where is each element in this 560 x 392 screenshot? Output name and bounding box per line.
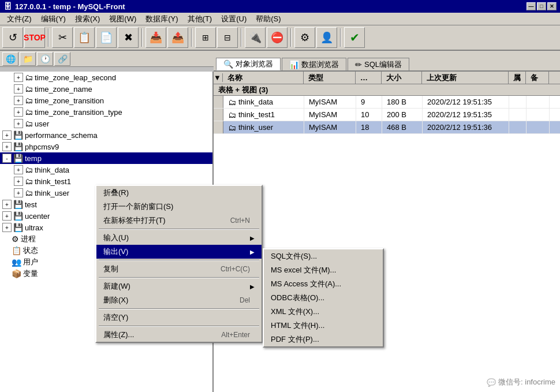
tree-expand-icon[interactable]: + bbox=[14, 177, 23, 186]
context-menu: 折叠(R) 打开一个新的窗口(S) 在新标签中打开(T) Ctrl+N 输入(U… bbox=[95, 185, 263, 343]
menu-edit[interactable]: 编辑(Y) bbox=[36, 13, 70, 25]
toolbar-user[interactable]: 👤 bbox=[316, 27, 337, 48]
tree-item[interactable]: -💾temp bbox=[0, 152, 212, 164]
tree-expand-icon[interactable]: + bbox=[2, 211, 12, 221]
toolbar-connect[interactable]: 🔌 bbox=[245, 27, 266, 48]
toolbar-refresh[interactable]: ↺ bbox=[2, 27, 23, 48]
tree-expand-icon[interactable]: + bbox=[14, 107, 23, 117]
row-table-icon: 🗂 bbox=[228, 123, 236, 132]
menu-other[interactable]: 其他(T) bbox=[183, 13, 217, 25]
minimize-button[interactable]: — bbox=[527, 2, 536, 10]
sec-btn-1[interactable]: 🌐 bbox=[2, 52, 18, 66]
ctx-menu-item[interactable]: 打开一个新的窗口(S) bbox=[96, 200, 262, 214]
table-row[interactable]: 🗂think_user MyISAM 18 468 B 2020/2/12 19… bbox=[214, 121, 560, 134]
tree-expand-icon[interactable]: + bbox=[2, 142, 12, 151]
tree-expand-icon[interactable]: + bbox=[14, 96, 23, 105]
submenu-item[interactable]: SQL文件(S)... bbox=[264, 249, 383, 263]
toolbar-import[interactable]: 📥 bbox=[145, 27, 166, 48]
table-row[interactable]: 🗂think_data MyISAM 9 180 B 2020/2/12 19:… bbox=[214, 96, 560, 109]
tree-expand-icon[interactable]: + bbox=[14, 73, 23, 82]
toolbar-stop[interactable]: STOP bbox=[24, 27, 45, 48]
table-row[interactable]: 🗂think_test1 MyISAM 10 200 B 2020/2/12 1… bbox=[214, 109, 560, 121]
toolbar-delete[interactable]: ✖ bbox=[118, 27, 139, 48]
tree-item[interactable]: +🗂time_zone_transition_type bbox=[0, 106, 212, 118]
menu-settings[interactable]: 设置(U) bbox=[216, 13, 251, 25]
ctx-arrow: ▶ bbox=[250, 235, 255, 241]
row-attr bbox=[509, 109, 527, 121]
toolbar-grid2[interactable]: ⊟ bbox=[217, 27, 238, 48]
ctx-separator bbox=[99, 277, 259, 278]
sec-btn-2[interactable]: 📁 bbox=[20, 52, 36, 66]
ctx-shortcut: Ctrl+C(C) bbox=[221, 265, 250, 273]
row-updated: 2020/2/12 19:51:35 bbox=[423, 109, 509, 121]
tree-expand-icon[interactable]: + bbox=[2, 130, 12, 140]
tree-item[interactable]: +💾phpcmsv9 bbox=[0, 141, 212, 152]
tree-node-label: 变量 bbox=[23, 268, 38, 279]
tree-item[interactable]: +🗂time_zone_name bbox=[0, 83, 212, 95]
ctx-menu-item[interactable]: 折叠(R) bbox=[96, 186, 262, 200]
tree-item[interactable]: +🗂time_zone_transition bbox=[0, 95, 212, 106]
menu-file[interactable]: 文件(Z) bbox=[2, 13, 36, 25]
row-count: 18 bbox=[356, 121, 382, 133]
ctx-menu-item[interactable]: 复制 Ctrl+C(C) bbox=[96, 262, 262, 276]
toolbar-settings[interactable]: ⚙ bbox=[294, 27, 315, 48]
menu-help[interactable]: 帮助(S) bbox=[251, 13, 285, 25]
toolbar-grid[interactable]: ⊞ bbox=[195, 27, 216, 48]
submenu-item[interactable]: MS excel 文件(M)... bbox=[264, 263, 383, 277]
submenu-item[interactable]: PDF 文件(P)... bbox=[264, 333, 383, 346]
submenu-item[interactable]: XML 文件(X)... bbox=[264, 305, 383, 319]
toolbar-cut[interactable]: ✂ bbox=[52, 27, 73, 48]
tree-expand-icon[interactable]: + bbox=[14, 119, 23, 128]
ctx-menu-item[interactable]: 删除(X) Del bbox=[96, 293, 262, 307]
toolbar-export[interactable]: 📤 bbox=[167, 27, 188, 48]
submenu-item[interactable]: ODBC表格(O)... bbox=[264, 291, 383, 305]
toolbar-sep4 bbox=[241, 28, 242, 47]
tab-object-browser[interactable]: 🔍 对象浏览器 bbox=[216, 58, 281, 70]
ctx-menu-item[interactable]: 输入(U) ▶ bbox=[96, 231, 262, 245]
tree-expand-icon[interactable]: + bbox=[14, 188, 23, 197]
ctx-shortcut: Del bbox=[240, 296, 250, 304]
tree-expand-icon[interactable]: - bbox=[2, 154, 12, 163]
tree-item[interactable]: +💾performance_schema bbox=[0, 129, 212, 141]
toolbar-sep2 bbox=[141, 28, 143, 47]
tree-node-icon: 💾 bbox=[13, 130, 23, 140]
toolbar-check[interactable]: ✔ bbox=[344, 27, 365, 48]
row-type: MyISAM bbox=[304, 109, 356, 121]
close-button[interactable]: ✕ bbox=[547, 2, 557, 10]
sec-btn-4[interactable]: 🔗 bbox=[54, 52, 70, 66]
tree-node-icon: 📋 bbox=[12, 246, 21, 255]
ctx-menu-item[interactable]: 在新标签中打开(T) Ctrl+N bbox=[96, 214, 262, 227]
toolbar-paste[interactable]: 📄 bbox=[96, 27, 117, 48]
toolbar-copy[interactable]: 📋 bbox=[74, 27, 95, 48]
tree-node-label: think_test1 bbox=[35, 177, 71, 186]
ctx-menu-item[interactable]: 属性(Z)... Alt+Enter bbox=[96, 328, 262, 342]
ctx-separator bbox=[99, 229, 259, 230]
sec-btn-3[interactable]: 🕐 bbox=[37, 52, 53, 66]
menu-search[interactable]: 搜索(X) bbox=[70, 13, 104, 25]
ctx-menu-item[interactable]: 新建(W) ▶ bbox=[96, 279, 262, 293]
tree-node-label: ultrax bbox=[25, 223, 43, 232]
tree-item[interactable]: +🗂time_zone_leap_second bbox=[0, 72, 212, 83]
row-updated: 2020/2/12 19:51:35 bbox=[423, 96, 509, 108]
tree-item[interactable]: +🗂user bbox=[0, 118, 212, 129]
menu-view[interactable]: 视图(W) bbox=[104, 13, 141, 25]
tree-expand-icon[interactable]: + bbox=[14, 84, 23, 94]
tab-sql-editor[interactable]: ✏ SQL编辑器 bbox=[348, 58, 409, 70]
table-rows-container: 🗂think_data MyISAM 9 180 B 2020/2/12 19:… bbox=[214, 96, 560, 134]
submenu-item[interactable]: HTML 文件(H)... bbox=[264, 319, 383, 333]
tree-node-icon: 📦 bbox=[12, 269, 21, 278]
ctx-menu-item[interactable]: 清空(Y) bbox=[96, 311, 262, 324]
tree-expand-icon[interactable]: + bbox=[14, 165, 23, 174]
col-header-updated: 上次更新 bbox=[422, 72, 509, 84]
scroll-col: ▼ bbox=[214, 73, 223, 82]
tree-node-icon: 💾 bbox=[13, 223, 23, 232]
tab-data-browser[interactable]: 📊 数据浏览器 bbox=[282, 58, 346, 70]
maximize-button[interactable]: □ bbox=[537, 2, 546, 10]
toolbar-disconnect[interactable]: ⛔ bbox=[267, 27, 288, 48]
submenu-item[interactable]: MS Access 文件(A)... bbox=[264, 277, 383, 291]
tree-expand-icon[interactable]: + bbox=[2, 223, 12, 232]
ctx-menu-item[interactable]: 输出(V) ▶ bbox=[96, 245, 262, 259]
tree-item[interactable]: +🗂think_data bbox=[0, 164, 212, 176]
menu-database[interactable]: 数据库(Y) bbox=[141, 13, 182, 25]
tree-expand-icon[interactable]: + bbox=[2, 200, 12, 209]
